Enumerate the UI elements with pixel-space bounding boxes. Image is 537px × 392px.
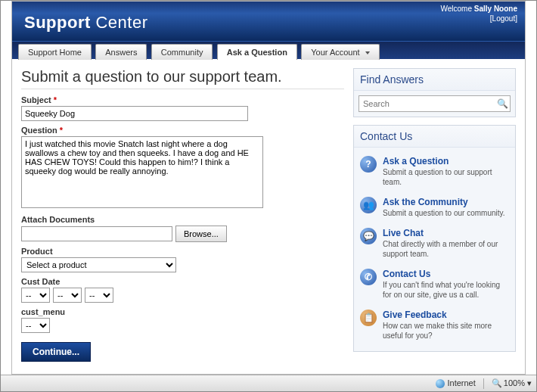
page-title: Submit a question to our support team. xyxy=(21,68,344,86)
required-mark: * xyxy=(60,126,63,135)
globe-icon xyxy=(436,379,445,388)
contact-item-feedback[interactable]: 📋 Give Feedback How can we make this sit… xyxy=(359,306,511,347)
contact-us-panel: Contact Us ? Ask a Question Submit a que… xyxy=(353,125,516,352)
tab-answers[interactable]: Answers xyxy=(95,44,147,60)
tab-your-account-label: Your Account xyxy=(311,48,359,57)
main-form: Submit a question to our support team. S… xyxy=(21,68,344,362)
contact-item-desc: Chat directly with a member of our suppo… xyxy=(383,239,509,259)
user-name: Sally Noone xyxy=(474,5,517,13)
contact-item-title: Contact Us xyxy=(383,269,509,279)
question-textarea[interactable]: I just watched this movie Snatch last ni… xyxy=(21,136,263,208)
phone-icon: ✆ xyxy=(360,269,377,285)
contact-item-title: Live Chat xyxy=(383,228,509,238)
clipboard-icon: 📋 xyxy=(360,310,377,326)
question-icon: ? xyxy=(360,156,377,173)
community-icon: 👥 xyxy=(360,197,377,213)
custdate-select-3[interactable]: -- xyxy=(85,288,113,303)
tab-ask-question[interactable]: Ask a Question xyxy=(217,44,297,60)
custmenu-label: cust_menu xyxy=(21,307,344,316)
contact-item-desc: How can we make this site more useful fo… xyxy=(383,321,509,341)
contact-item-ask-question[interactable]: ? Ask a Question Submit a question to ou… xyxy=(359,152,511,193)
tab-community[interactable]: Community xyxy=(151,44,213,60)
subject-input[interactable] xyxy=(21,106,248,121)
tab-your-account[interactable]: Your Account xyxy=(301,44,379,60)
contact-item-desc: Submit a question to our support team. xyxy=(383,167,509,187)
search-row: 🔍 xyxy=(359,95,511,112)
contact-item-desc: If you can't find what you're looking fo… xyxy=(383,280,509,300)
contact-item-title: Give Feedback xyxy=(383,310,509,320)
contact-item-live-chat[interactable]: 💬 Live Chat Chat directly with a member … xyxy=(359,224,511,265)
chat-icon: 💬 xyxy=(360,228,377,244)
attach-label: Attach Documents xyxy=(21,215,344,224)
app-title-light: Center xyxy=(95,13,147,32)
contact-item-title: Ask a Question xyxy=(383,156,509,166)
zoom-level[interactable]: 🔍100% ▾ xyxy=(492,378,532,388)
custdate-label: Cust Date xyxy=(21,277,344,286)
question-label: Question * xyxy=(21,126,344,135)
welcome-prefix: Welcome xyxy=(440,5,472,13)
chevron-down-icon xyxy=(365,51,370,54)
find-answers-panel: Find Answers 🔍 xyxy=(353,68,516,117)
contact-item-desc: Submit a question to our community. xyxy=(383,208,505,218)
browse-button[interactable]: Browse... xyxy=(175,226,227,242)
app-header: Support Center Welcome Sally Noone [Logo… xyxy=(12,2,525,41)
tab-support-home[interactable]: Support Home xyxy=(18,44,92,60)
zoom-icon: 🔍 xyxy=(492,378,502,388)
contact-item-contact-us[interactable]: ✆ Contact Us If you can't find what you'… xyxy=(359,265,511,306)
status-separator xyxy=(483,378,484,389)
subject-label: Subject * xyxy=(21,95,344,104)
find-answers-title: Find Answers xyxy=(354,69,515,91)
divider xyxy=(21,89,344,89)
custmenu-select[interactable]: -- xyxy=(21,318,50,333)
custdate-select-2[interactable]: -- xyxy=(53,288,82,303)
contact-item-title: Ask the Community xyxy=(383,197,505,207)
logout-link[interactable]: [Logout] xyxy=(440,14,517,23)
continue-button[interactable]: Continue... xyxy=(21,342,91,362)
contact-us-title: Contact Us xyxy=(354,126,515,148)
product-label: Product xyxy=(21,247,344,256)
search-input[interactable] xyxy=(359,98,495,110)
browser-statusbar: Internet 🔍100% ▾ xyxy=(1,375,536,391)
nav-tabs: Support Home Answers Community Ask a Que… xyxy=(12,41,525,59)
app-title-bold: Support xyxy=(24,13,91,32)
welcome-block: Welcome Sally Noone [Logout] xyxy=(440,4,517,23)
contact-item-ask-community[interactable]: 👥 Ask the Community Submit a question to… xyxy=(359,193,511,224)
security-zone: Internet xyxy=(436,378,475,388)
sidebar: Find Answers 🔍 Contact Us ? xyxy=(353,68,516,362)
search-icon[interactable]: 🔍 xyxy=(495,98,510,109)
attach-input[interactable] xyxy=(21,226,172,241)
required-mark: * xyxy=(54,95,57,104)
product-select[interactable]: Select a product xyxy=(21,257,176,272)
custdate-select-1[interactable]: -- xyxy=(21,288,50,303)
